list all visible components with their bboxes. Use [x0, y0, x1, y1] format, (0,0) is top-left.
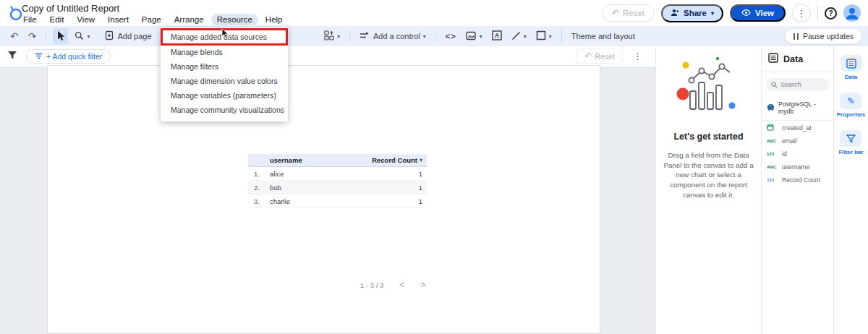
theme-layout-button[interactable]: Theme and layout [569, 28, 638, 44]
report-page[interactable]: username Record Count ▾ 1. alice 1 [47, 65, 600, 334]
field-record-count[interactable]: 123 Record Count [762, 174, 833, 187]
tab-data[interactable]: Data [841, 55, 862, 80]
eye-icon [741, 9, 751, 17]
prev-page-icon[interactable]: < [399, 280, 404, 290]
table-row: 1. alice 1 [248, 167, 427, 181]
data-table[interactable]: username Record Count ▾ 1. alice 1 [248, 154, 427, 208]
text-box-icon: A [492, 30, 502, 42]
select-mode-button[interactable] [53, 28, 68, 44]
filter-lines-icon [35, 52, 43, 61]
chevron-down-icon: ▾ [337, 33, 340, 40]
view-button[interactable]: View [730, 4, 786, 22]
list-icon [841, 55, 862, 72]
shape-icon [536, 30, 546, 42]
filter-reset-button[interactable]: ↶ Reset [576, 48, 623, 64]
text-type-icon: ABC [767, 165, 778, 169]
chevron-down-icon: ▾ [549, 33, 552, 40]
workspace: + Add quick filter ↶ Reset ⋮ username [0, 46, 868, 334]
undo-button[interactable]: ↶ [7, 28, 22, 44]
column-header-record-count[interactable]: Record Count ▾ [365, 156, 427, 164]
menu-view[interactable]: View [71, 14, 101, 25]
menu-resource[interactable]: Resource [211, 14, 258, 25]
divider [435, 30, 436, 43]
embed-button[interactable]: <> [443, 28, 459, 44]
menu-item-manage-dimension-value-colors[interactable]: Manage dimension value colors [161, 74, 288, 88]
postgresql-icon [767, 103, 775, 113]
mouse-cursor-icon [221, 28, 229, 41]
pencil-icon: ✎ [840, 93, 861, 109]
field-username[interactable]: ABC username [762, 160, 833, 174]
chevron-down-icon: ▾ [524, 33, 527, 40]
share-button[interactable]: Share ▾ [661, 4, 723, 22]
pause-icon [793, 33, 799, 40]
menu-edit[interactable]: Edit [44, 14, 70, 25]
kebab-icon[interactable]: ⋮ [633, 51, 642, 61]
menu-help[interactable]: Help [260, 14, 289, 25]
person-add-icon [671, 9, 679, 18]
redo-button[interactable]: ↷ [25, 28, 40, 44]
insert-image-button[interactable]: ▾ [463, 28, 485, 44]
chevron-down-icon: ▾ [423, 33, 426, 40]
kebab-icon: ⋮ [797, 8, 807, 19]
add-chart-button[interactable]: ▾ [321, 28, 343, 44]
avatar[interactable] [843, 4, 861, 22]
add-page-button[interactable]: Add page [102, 28, 154, 44]
tab-filter-bar[interactable]: Filter bar [838, 130, 863, 155]
add-quick-filter-button[interactable]: + Add quick filter [26, 49, 111, 64]
quick-filter-bar: + Add quick filter ↶ Reset ⋮ [0, 46, 655, 67]
more-options-button[interactable]: ⋮ [792, 4, 811, 22]
menu-item-manage-community-visualizations[interactable]: Manage community visualizations [161, 103, 288, 117]
undo-icon: ↶ [612, 8, 619, 18]
undo-icon: ↶ [584, 51, 591, 61]
chart-illustration [676, 56, 742, 121]
insert-text-button[interactable]: A [489, 28, 505, 44]
reset-button[interactable]: ↶ Reset [602, 4, 655, 22]
table-row: 3. charlie 1 [248, 194, 427, 208]
field-id[interactable]: 123 id [762, 147, 833, 160]
number-type-icon: 123 [767, 152, 778, 156]
add-chart-icon [324, 30, 334, 42]
help-icon[interactable]: ? [825, 7, 837, 20]
menu-arrange[interactable]: Arrange [169, 14, 210, 25]
insert-line-button[interactable]: ▾ [509, 28, 529, 44]
data-panel: Data PostgreSQL - mydb created_at ABC em… [761, 46, 833, 334]
menu-page[interactable]: Page [136, 14, 167, 25]
top-bar-actions: ↶ Reset Share ▾ View ⋮ ? [602, 3, 861, 23]
menu-insert[interactable]: Insert [102, 14, 135, 25]
search-input[interactable] [780, 81, 824, 88]
canvas-column: + Add quick filter ↶ Reset ⋮ username [0, 46, 655, 334]
page-range: 1 - 3 / 3 [360, 281, 383, 289]
divider [349, 30, 350, 43]
svg-text:A: A [495, 32, 499, 39]
menu-item-manage-blends[interactable]: Manage blends [161, 45, 288, 59]
pause-updates-button[interactable]: Pause updates [785, 28, 862, 44]
zoom-tool-button[interactable]: ▾ [72, 28, 93, 44]
funnel-icon [840, 130, 861, 147]
search-box[interactable] [766, 78, 829, 91]
funnel-icon[interactable] [7, 50, 17, 63]
toolbar: ↶ ↷ ▾ Add page A ▾ Add a control ▾ [0, 26, 868, 46]
chevron-down-icon: ▾ [480, 33, 482, 40]
top-bar: Copy of Untitled Report File Edit View I… [0, 0, 868, 26]
menu-file[interactable]: File [17, 14, 43, 25]
data-source-item[interactable]: PostgreSQL - mydb [762, 95, 833, 121]
menu-item-manage-variables[interactable]: Manage variables (parameters) [161, 88, 288, 103]
calendar-icon [767, 124, 778, 132]
add-control-button[interactable]: Add a control ▾ [357, 28, 429, 44]
share-dropdown-caret-icon[interactable]: ▾ [711, 10, 714, 17]
list-icon [768, 53, 778, 66]
tab-properties[interactable]: ✎ Properties [837, 93, 866, 118]
add-page-icon [105, 30, 114, 42]
divider [46, 30, 46, 43]
getting-started-panel: Let's get started Drag a field from the … [655, 46, 761, 334]
field-created-at[interactable]: created_at [762, 121, 833, 134]
sort-caret-icon: ▾ [420, 157, 422, 163]
menu-item-manage-filters[interactable]: Manage filters [161, 59, 288, 74]
insert-shape-button[interactable]: ▾ [533, 28, 555, 44]
column-header-username[interactable]: username [270, 156, 365, 164]
next-page-icon[interactable]: > [420, 280, 425, 290]
table-header-row[interactable]: username Record Count ▾ [248, 154, 427, 167]
cursor-icon [56, 30, 65, 43]
field-email[interactable]: ABC email [762, 134, 833, 147]
report-canvas[interactable]: username Record Count ▾ 1. alice 1 [0, 67, 655, 334]
